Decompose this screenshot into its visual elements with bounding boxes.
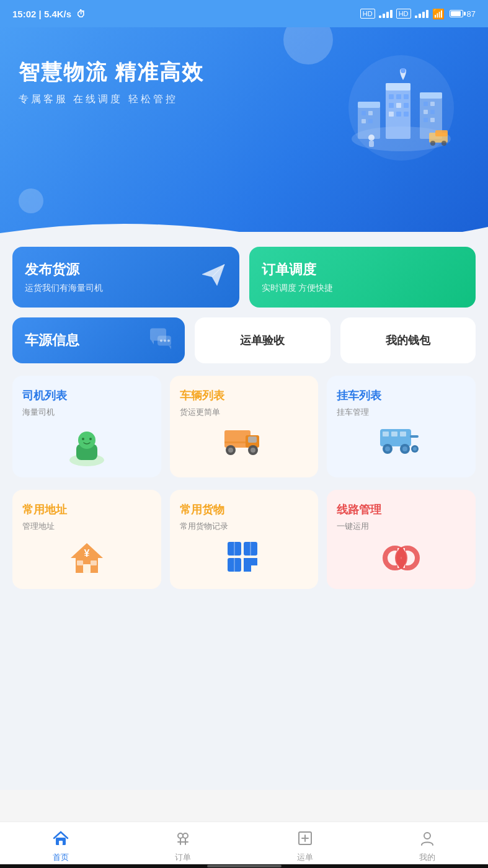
- home-indicator: [0, 864, 488, 868]
- svg-rect-4: [389, 94, 394, 99]
- svg-point-31: [430, 141, 435, 146]
- publish-cargo-title: 发布货源: [25, 260, 227, 279]
- svg-rect-54: [391, 432, 397, 436]
- status-time: 15:02: [12, 9, 36, 19]
- svg-rect-66: [77, 560, 83, 565]
- driver-list-desc: 海量司机: [22, 407, 151, 418]
- status-separator: |: [39, 9, 44, 19]
- action-row-2: 车源信息 运单验收 我的钱包: [12, 317, 476, 363]
- signal-bars-2: [415, 10, 428, 18]
- svg-rect-6: [404, 94, 409, 99]
- hd-label-2: HD: [396, 9, 411, 19]
- svg-rect-53: [383, 432, 389, 436]
- order-dispatch-button[interactable]: 订单调度 实时调度 方便快捷: [249, 247, 476, 308]
- order-dispatch-title: 订单调度: [262, 260, 464, 279]
- route-manage-desc: 一键运用: [337, 521, 466, 532]
- common-goods-card[interactable]: 常用货物 常用货物记录: [170, 490, 319, 589]
- truck-icon-wrapper: [180, 424, 309, 461]
- svg-rect-26: [430, 118, 435, 122]
- svg-rect-2: [386, 83, 410, 139]
- common-address-label: 常用地址: [22, 502, 151, 517]
- vehicle-source-button[interactable]: 车源信息: [12, 317, 185, 363]
- waybill-check-button[interactable]: 运单验收: [195, 317, 330, 363]
- publish-cargo-sub: 运货我们有海量司机: [25, 283, 227, 294]
- goods-icon-wrapper: [180, 538, 309, 578]
- order-dispatch-sub: 实时调度 方便快捷: [262, 283, 464, 294]
- nav-item-order[interactable]: 订单: [122, 830, 244, 863]
- order-nav-icon: [174, 830, 192, 849]
- svg-point-58: [385, 446, 390, 451]
- nav-item-waybill[interactable]: 运单: [244, 830, 366, 863]
- route-manage-card[interactable]: 线路管理 一键运用: [327, 490, 476, 589]
- svg-rect-24: [430, 110, 435, 114]
- svg-rect-79: [59, 841, 63, 845]
- svg-rect-51: [224, 441, 246, 443]
- svg-rect-65: [83, 564, 91, 573]
- vehicle-list-card[interactable]: 车辆列表 货运更简单: [170, 376, 319, 477]
- svg-rect-30: [435, 130, 448, 136]
- home-indicator-bar: [207, 865, 282, 867]
- svg-point-41: [78, 432, 95, 449]
- svg-rect-9: [404, 103, 409, 108]
- svg-rect-11: [396, 112, 401, 117]
- waybill-nav-label: 运单: [297, 852, 313, 863]
- nav-item-mine[interactable]: 我的: [366, 830, 488, 863]
- bottom-nav: 首页 订单 运单: [0, 822, 488, 868]
- hero-illustration: [333, 46, 469, 170]
- common-address-card[interactable]: 常用地址 管理地址 ¥: [12, 490, 161, 589]
- svg-point-27: [368, 135, 375, 141]
- svg-rect-56: [410, 435, 419, 438]
- my-wallet-label: 我的钱包: [386, 333, 430, 348]
- svg-point-88: [424, 833, 430, 839]
- timer-icon: ⏱: [76, 9, 86, 19]
- svg-rect-22: [430, 102, 435, 106]
- svg-rect-15: [362, 111, 366, 115]
- trailer-list-desc: 挂车管理: [337, 407, 466, 418]
- signal-bars-1: [379, 10, 393, 18]
- hd-label: HD: [360, 9, 375, 19]
- status-right: HD HD 📶 87: [360, 8, 476, 20]
- chat-icon: [149, 326, 174, 355]
- driver-icon-wrapper: [22, 424, 151, 467]
- key-icon-wrapper: [337, 424, 466, 460]
- svg-point-62: [413, 447, 417, 451]
- grid-section-2: 常用地址 管理地址 ¥: [12, 490, 476, 589]
- status-speed: 5.4K/s: [44, 9, 71, 19]
- grid-row-2: 常用地址 管理地址 ¥: [12, 490, 476, 589]
- common-goods-label: 常用货物: [180, 502, 309, 517]
- svg-point-81: [183, 833, 188, 838]
- svg-rect-10: [389, 112, 394, 117]
- main-content: 发布货源 运货我们有海量司机 订单调度 实时调度 方便快捷 车源信息: [0, 232, 488, 790]
- common-goods-desc: 常用货物记录: [180, 521, 309, 532]
- waybill-nav-icon: [296, 830, 314, 849]
- order-nav-label: 订单: [175, 852, 191, 863]
- svg-point-33: [401, 68, 406, 73]
- hero-banner: 智慧物流 精准高效 专属客服 在线调度 轻松管控: [0, 27, 488, 250]
- my-wallet-button[interactable]: 我的钱包: [340, 317, 476, 363]
- driver-list-card[interactable]: 司机列表 海量司机: [12, 376, 161, 477]
- svg-rect-5: [396, 94, 401, 99]
- home-nav-label: 首页: [53, 852, 69, 863]
- svg-point-36: [160, 340, 162, 342]
- mine-nav-label: 我的: [419, 852, 435, 863]
- trailer-list-card[interactable]: 挂车列表 挂车管理: [327, 376, 476, 477]
- svg-text:¥: ¥: [84, 548, 89, 559]
- wifi-icon: 📶: [432, 8, 445, 20]
- paper-plane-icon: [200, 261, 227, 294]
- svg-point-60: [402, 446, 407, 451]
- nav-item-home[interactable]: 首页: [0, 830, 122, 863]
- svg-rect-20: [420, 92, 442, 99]
- route-manage-label: 线路管理: [337, 502, 466, 517]
- svg-rect-8: [396, 103, 401, 108]
- svg-rect-7: [389, 103, 394, 108]
- mine-nav-icon: [419, 830, 436, 849]
- svg-rect-12: [404, 112, 409, 117]
- svg-rect-23: [424, 110, 428, 114]
- battery-icon: [450, 10, 463, 17]
- driver-list-label: 司机列表: [22, 388, 151, 403]
- svg-rect-25: [424, 118, 428, 122]
- svg-point-38: [167, 340, 170, 342]
- svg-rect-55: [400, 432, 406, 436]
- publish-cargo-button[interactable]: 发布货源 运货我们有海量司机: [12, 247, 239, 308]
- status-time-speed: 15:02 | 5.4K/s ⏱: [12, 9, 86, 19]
